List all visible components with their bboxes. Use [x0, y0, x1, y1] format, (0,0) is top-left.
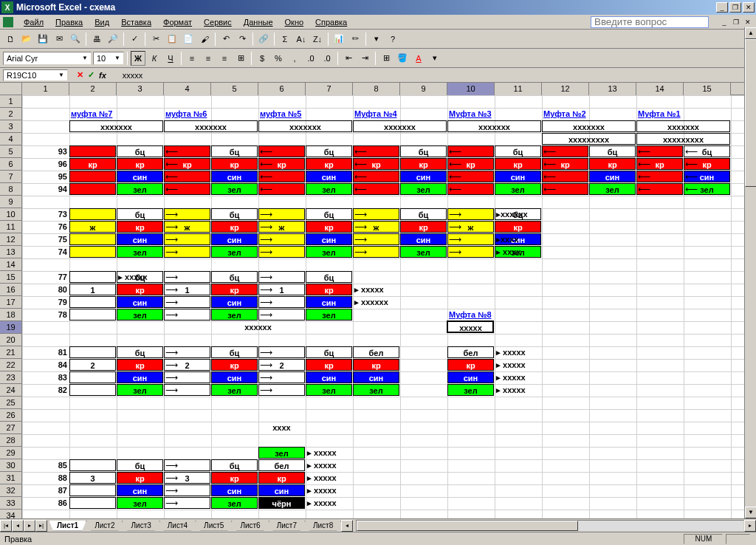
- block-cell[interactable]: син: [400, 171, 447, 182]
- block-cell[interactable]: бц: [117, 346, 163, 358]
- block-left[interactable]: [69, 497, 116, 509]
- block-cell[interactable]: син: [306, 233, 352, 245]
- row-number[interactable]: 74: [22, 246, 69, 258]
- scroll-left-button[interactable]: ◂: [341, 520, 353, 532]
- percent-icon[interactable]: %: [271, 51, 286, 66]
- preview-icon[interactable]: 🔎: [106, 32, 120, 47]
- extra-label[interactable]: ххххххххх: [542, 133, 636, 145]
- row-header[interactable]: 1: [0, 95, 21, 108]
- block-cell[interactable]: кр: [306, 158, 352, 170]
- block-cell[interactable]: кр: [211, 221, 258, 233]
- block-cell[interactable]: кр: [211, 284, 258, 295]
- row-number[interactable]: 76: [22, 221, 69, 233]
- out-label[interactable]: ▸хххх: [495, 233, 541, 245]
- block-cell[interactable]: кр: [495, 221, 541, 233]
- block-cell[interactable]: зел: [306, 309, 352, 321]
- block-left[interactable]: ж: [69, 221, 116, 233]
- block-cell[interactable]: бц: [211, 459, 258, 471]
- column-header[interactable]: 10: [447, 83, 495, 95]
- save-icon[interactable]: 💾: [35, 32, 50, 47]
- row-number[interactable]: 84: [22, 359, 69, 371]
- block-cell[interactable]: зел: [589, 183, 636, 195]
- block-cell[interactable]: бц: [211, 346, 258, 358]
- column-header[interactable]: 6: [258, 83, 306, 95]
- row-number[interactable]: 80: [22, 284, 69, 295]
- scroll-down-button[interactable]: ▼: [745, 507, 756, 518]
- block-cell[interactable]: син: [117, 171, 163, 182]
- block-left[interactable]: [69, 183, 116, 195]
- out-label[interactable]: ▸ ххххх: [306, 497, 352, 509]
- formula-input[interactable]: xxxxx: [114, 71, 753, 80]
- coupling-label[interactable]: ххххх: [447, 321, 494, 333]
- row-header[interactable]: 5: [0, 145, 21, 158]
- column-header[interactable]: 4: [164, 83, 211, 95]
- select-all-corner[interactable]: [0, 83, 22, 95]
- block-cell[interactable]: син: [353, 371, 399, 383]
- vertical-scrollbar[interactable]: ▲ ▼: [744, 27, 756, 518]
- menu-file[interactable]: Файл: [18, 16, 49, 28]
- tab-nav-next[interactable]: ▸: [24, 520, 35, 532]
- sheet-tab[interactable]: Лист4: [159, 521, 196, 531]
- row-header[interactable]: 21: [0, 346, 21, 359]
- block-left[interactable]: [69, 384, 116, 396]
- row-number[interactable]: 78: [22, 309, 69, 321]
- block-cell[interactable]: зел: [495, 183, 541, 195]
- search-icon[interactable]: 🔍: [68, 32, 83, 47]
- block-cell[interactable]: зел: [211, 497, 258, 509]
- font-size-select[interactable]: 10▼: [93, 52, 124, 65]
- block-cell[interactable]: кр: [117, 284, 163, 295]
- block-cell[interactable]: кр: [306, 359, 352, 371]
- indent-dec-icon[interactable]: ⇤: [341, 51, 356, 66]
- block-cell[interactable]: зел: [211, 183, 258, 195]
- row-header[interactable]: 20: [0, 334, 21, 346]
- block-cell[interactable]: кр: [117, 221, 163, 233]
- row-header[interactable]: 26: [0, 409, 21, 422]
- row-number[interactable]: 73: [22, 208, 69, 220]
- column-header[interactable]: 14: [636, 83, 684, 95]
- block-cell[interactable]: син: [117, 484, 163, 496]
- out-label[interactable]: ▸ ххххх: [495, 359, 541, 371]
- block-cell[interactable]: бц: [306, 271, 352, 283]
- block-cell[interactable]: зел: [117, 183, 163, 195]
- tab-nav-last[interactable]: ▸|: [35, 520, 47, 532]
- column-header[interactable]: 13: [589, 83, 636, 95]
- mail-icon[interactable]: ✉: [52, 32, 66, 47]
- extra-label[interactable]: ххххххххх: [636, 133, 730, 145]
- row-header[interactable]: 12: [0, 233, 21, 246]
- block-cell[interactable]: кр: [447, 359, 494, 371]
- fill-color-icon[interactable]: 🪣: [395, 51, 410, 66]
- block-cell[interactable]: зел: [400, 246, 447, 258]
- column-header[interactable]: 3: [117, 83, 164, 95]
- column-header[interactable]: 2: [69, 83, 117, 95]
- menu-tools[interactable]: Сервис: [198, 16, 238, 28]
- block-cell[interactable]: син: [211, 233, 258, 245]
- scroll-right-button[interactable]: ▸: [744, 520, 756, 532]
- block-cell[interactable]: син: [211, 484, 258, 496]
- block-cell[interactable]: кр: [211, 158, 258, 170]
- block-cell[interactable]: бел: [353, 346, 399, 358]
- out-label[interactable]: ▸хххххх: [495, 208, 541, 220]
- horizontal-scrollbar[interactable]: [356, 520, 744, 532]
- out-label[interactable]: ▸ ххххх: [495, 371, 541, 383]
- minimize-button[interactable]: _: [716, 2, 728, 13]
- block-cell[interactable]: зел: [211, 246, 258, 258]
- block-cell[interactable]: бц: [400, 208, 447, 220]
- block-cell[interactable]: син: [495, 171, 541, 182]
- row-header[interactable]: 8: [0, 183, 21, 196]
- font-color-icon[interactable]: А: [411, 51, 426, 66]
- row-number[interactable]: 96: [22, 158, 69, 170]
- row-number[interactable]: 86: [22, 497, 69, 509]
- copy-icon[interactable]: 📋: [165, 32, 179, 47]
- block-cell[interactable]: син: [258, 484, 305, 496]
- decimal-dec-icon[interactable]: .0: [320, 51, 334, 66]
- block-cell[interactable]: бел: [258, 459, 305, 471]
- block-num[interactable]: 2: [69, 359, 116, 371]
- row-header[interactable]: 7: [0, 171, 21, 183]
- out-label[interactable]: ▸ ххххх: [117, 271, 163, 283]
- block-cell[interactable]: бц: [306, 145, 352, 157]
- block-cell[interactable]: зел: [117, 497, 163, 509]
- row-header[interactable]: 23: [0, 371, 21, 384]
- out-label[interactable]: ▸ ххххх: [306, 447, 352, 459]
- coupling-link[interactable]: Муфта №1: [636, 108, 730, 120]
- block-cell[interactable]: зел: [117, 309, 163, 321]
